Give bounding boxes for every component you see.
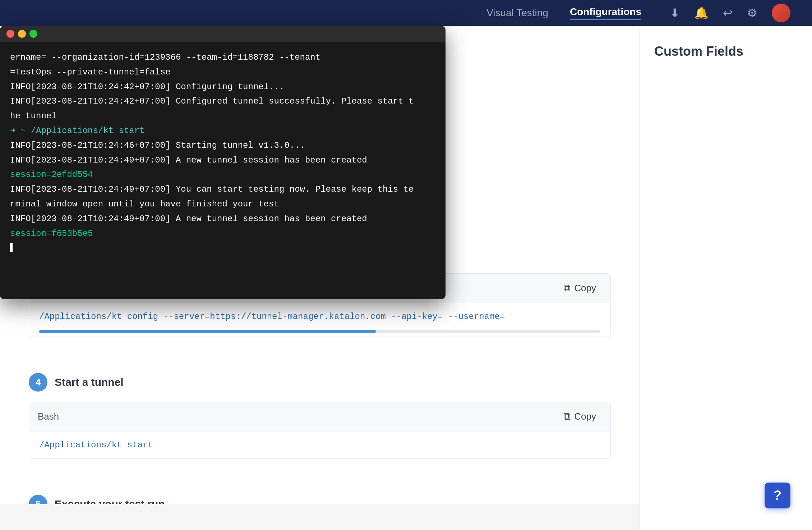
terminal-body: ername= --organization-id=1239366 --team… bbox=[0, 42, 446, 299]
step5-number: 5 bbox=[29, 495, 47, 504]
step5-title: Execute your test run bbox=[55, 498, 165, 504]
step4-section: 4 Start a tunnel Bash ⧉ Copy /Applicatio… bbox=[0, 358, 640, 480]
step4-header: 4 Start a tunnel bbox=[29, 373, 611, 392]
terminal-line-10: INFO[2023-08-21T10:24:49+07:00] You can … bbox=[10, 182, 435, 197]
right-sidebar: Custom Fields bbox=[640, 26, 812, 530]
history-icon[interactable]: ↩ bbox=[723, 6, 733, 20]
step4-copy-button[interactable]: ⧉ Copy bbox=[558, 408, 602, 425]
download-icon[interactable]: ⬇ bbox=[670, 6, 680, 20]
step5-section: 5 Execute your test run After the TestCl… bbox=[0, 480, 640, 504]
top-navigation: Visual Testing Configurations ⬇ 🔔 ↩ ⚙ bbox=[0, 0, 812, 26]
terminal-line-6: ➜ ~ /Applications/kt start bbox=[10, 124, 435, 138]
help-button[interactable]: ? bbox=[765, 483, 790, 508]
terminal-line-2: =TestOps --private-tunnel=false bbox=[10, 65, 435, 80]
terminal-line-5: he tunnel bbox=[10, 109, 435, 124]
step3-copy-label: Copy bbox=[574, 283, 596, 294]
step4-number: 4 bbox=[29, 373, 47, 392]
terminal-line-11: rminal window open until you have finish… bbox=[10, 197, 435, 212]
step3-scrollbar[interactable] bbox=[39, 330, 600, 333]
step3-code-content: /Applications/kt config --server=https:/… bbox=[29, 303, 610, 330]
terminal-cursor: ▌ bbox=[10, 241, 435, 256]
nav-icons: ⬇ 🔔 ↩ ⚙ bbox=[670, 4, 790, 22]
step4-lang-label: Bash bbox=[38, 411, 59, 422]
terminal-line-12: INFO[2023-08-21T10:24:49+07:00] A new tu… bbox=[10, 212, 435, 227]
sidebar-custom-fields-title: Custom Fields bbox=[654, 44, 798, 59]
terminal-maximize-btn[interactable] bbox=[29, 30, 37, 38]
terminal-line-4: INFO[2023-08-21T10:24:42+07:00] Configur… bbox=[10, 94, 435, 109]
help-label: ? bbox=[774, 488, 781, 503]
terminal-minimize-btn[interactable] bbox=[18, 30, 26, 38]
step4-code-header: Bash ⧉ Copy bbox=[29, 402, 610, 431]
step4-code-text: /Applications/kt start bbox=[39, 440, 153, 450]
step4-title: Start a tunnel bbox=[55, 376, 124, 388]
step3-copy-button[interactable]: ⧉ Copy bbox=[558, 279, 602, 297]
terminal-window: ername= --organization-id=1239366 --team… bbox=[0, 26, 446, 299]
terminal-line-3: INFO[2023-08-21T10:24:42+07:00] Configur… bbox=[10, 80, 435, 95]
terminal-line-7: INFO[2023-08-21T10:24:46+07:00] Starting… bbox=[10, 138, 435, 153]
step3-scrollbar-thumb bbox=[39, 330, 376, 333]
terminal-line-13: session=f653b5e5 bbox=[10, 227, 435, 241]
terminal-line-8: INFO[2023-08-21T10:24:49+07:00] A new tu… bbox=[10, 153, 435, 168]
nav-configurations[interactable]: Configurations bbox=[570, 6, 641, 20]
terminal-line-9: session=2efdd554 bbox=[10, 168, 435, 182]
step5-header: 5 Execute your test run bbox=[29, 495, 611, 504]
copy-icon-3: ⧉ bbox=[563, 282, 571, 294]
avatar[interactable] bbox=[772, 4, 790, 22]
terminal-line-1: ername= --organization-id=1239366 --team… bbox=[10, 50, 435, 65]
settings-icon[interactable]: ⚙ bbox=[747, 6, 757, 20]
step4-code-content: /Applications/kt start bbox=[29, 431, 610, 458]
terminal-titlebar bbox=[0, 26, 446, 42]
step4-copy-label: Copy bbox=[574, 411, 596, 422]
terminal-close-btn[interactable] bbox=[6, 30, 14, 38]
nav-links: Visual Testing Configurations bbox=[486, 6, 641, 20]
copy-icon-4: ⧉ bbox=[563, 411, 571, 422]
step4-code-block: Bash ⧉ Copy /Applications/kt start bbox=[29, 402, 611, 459]
nav-visual-testing[interactable]: Visual Testing bbox=[486, 7, 548, 19]
bell-icon[interactable]: 🔔 bbox=[694, 6, 709, 20]
step3-code-text: /Applications/kt config --server=https:/… bbox=[39, 312, 505, 321]
